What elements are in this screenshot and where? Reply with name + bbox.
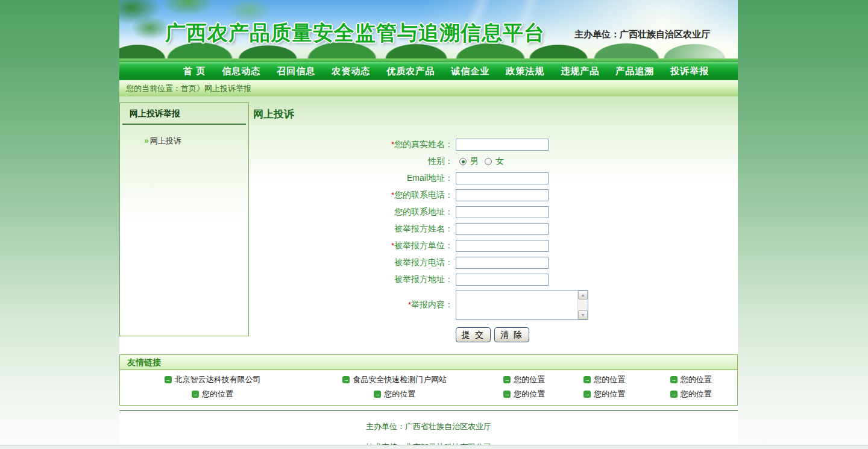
nav-item-trusted-companies[interactable]: 诚信企业 <box>451 66 489 77</box>
friend-link[interactable]: →您的位置 <box>374 389 415 400</box>
field-label: 被举报方地址： <box>253 274 453 285</box>
reported-address-input[interactable] <box>456 274 549 286</box>
form-row-contact-address: 您的联系地址： <box>253 204 738 221</box>
form-buttons: 提 交 清 除 <box>456 327 738 342</box>
report-content-box: ▲ ▼ <box>456 290 588 320</box>
gender-option-female-label: 女 <box>495 156 504 167</box>
sidebar-item-online-complaint[interactable]: »网上投诉 <box>120 136 248 146</box>
field-label: 性别： <box>253 156 453 167</box>
friend-link[interactable]: →您的位置 <box>670 374 712 385</box>
site-container: 广西农产品质量安全监管与追溯信息平台 主办单位：广西壮族自治区农业厅 首 页 信… <box>119 0 738 449</box>
sidebar-item-label: 网上投诉 <box>150 136 181 145</box>
reported-phone-input[interactable] <box>456 257 549 269</box>
banner-grass-strip <box>119 58 738 62</box>
nav-item-recall[interactable]: 召回信息 <box>277 66 315 77</box>
scroll-up-icon[interactable]: ▲ <box>578 290 588 300</box>
email-input[interactable] <box>456 172 549 184</box>
scroll-down-icon[interactable]: ▼ <box>578 310 588 319</box>
field-label: 被举报方电话： <box>253 257 453 268</box>
reported-name-input[interactable] <box>456 223 549 235</box>
friend-link[interactable]: →您的位置 <box>670 389 712 400</box>
gender-option-male-label: 男 <box>470 156 479 167</box>
nav-item-violations[interactable]: 违规产品 <box>561 66 599 77</box>
site-banner: 广西农产品质量安全监管与追溯信息平台 主办单位：广西壮族自治区农业厅 <box>119 0 738 62</box>
reported-unit-input[interactable] <box>456 240 549 252</box>
arrow-square-icon: → <box>670 376 678 383</box>
friend-link[interactable]: →您的位置 <box>583 374 625 385</box>
friend-links-row-1: →北京智云达科技有限公司 →食品安全快速检测门户网站 →您的位置 →您的位置 →… <box>120 372 737 387</box>
nav-item-traceability[interactable]: 产品追溯 <box>615 66 654 77</box>
site-footer: 主办单位：广西省壮族自治区农业厅 技术支持：北京智云达科技有限公司 <box>119 411 738 449</box>
friend-links-title: 友情链接 <box>120 355 737 370</box>
field-label: *举报内容： <box>253 300 453 310</box>
complaint-form: *您的真实姓名： 性别： 男 女 Email地址： <box>253 136 738 342</box>
report-content-textarea[interactable] <box>456 290 577 319</box>
friend-links-row-2: →您的位置 →您的位置 →您的位置 →您的位置 →您的位置 <box>120 387 737 401</box>
field-label: *被举报方单位： <box>253 240 453 251</box>
nav-item-quality-products[interactable]: 优质农产品 <box>386 66 435 77</box>
nav-item-home[interactable]: 首 页 <box>183 66 206 77</box>
content-area: 网上投诉举报 »网上投诉 网上投诉 *您的真实姓名： 性别： <box>119 96 738 449</box>
form-row-reported-name: 被举报方姓名： <box>253 221 738 237</box>
textarea-scrollbar[interactable]: ▲ ▼ <box>577 290 588 319</box>
form-row-report-content: *举报内容： ▲ ▼ <box>253 288 738 322</box>
arrow-square-icon: → <box>503 376 511 383</box>
friend-link[interactable]: →您的位置 <box>503 374 545 385</box>
friend-link[interactable]: →食品安全快速检测门户网站 <box>342 374 447 385</box>
field-label: *您的联系电话： <box>253 190 453 201</box>
main-nav: 首 页 信息动态 召回信息 农资动态 优质农产品 诚信企业 政策法规 违规产品 … <box>119 62 738 80</box>
site-title: 广西农产品质量安全监管与追溯信息平台 <box>165 19 545 47</box>
arrow-square-icon: → <box>583 391 591 398</box>
sidebar: 网上投诉举报 »网上投诉 <box>119 102 249 336</box>
friend-links-section: 友情链接 →北京智云达科技有限公司 →食品安全快速检测门户网站 →您的位置 →您… <box>119 354 738 406</box>
friend-link[interactable]: →您的位置 <box>583 389 625 400</box>
nav-item-news[interactable]: 信息动态 <box>222 66 260 77</box>
page-background: 广西农产品质量安全监管与追溯信息平台 主办单位：广西壮族自治区农业厅 首 页 信… <box>0 0 868 449</box>
nav-item-agri-supplies[interactable]: 农资动态 <box>332 66 370 77</box>
friend-links-body: →北京智云达科技有限公司 →食品安全快速检测门户网站 →您的位置 →您的位置 →… <box>120 370 737 405</box>
clear-button[interactable]: 清 除 <box>494 327 529 342</box>
contact-address-input[interactable] <box>456 206 549 218</box>
footer-organizer: 主办单位：广西省壮族自治区农业厅 <box>119 421 738 432</box>
friend-link[interactable]: →您的位置 <box>192 389 233 400</box>
banner-organizer: 主办单位：广西壮族自治区农业厅 <box>574 29 710 40</box>
breadcrumb: 您的当前位置：首页》网上投诉举报 <box>119 80 738 96</box>
field-label: Email地址： <box>253 173 453 184</box>
page-title: 网上投诉 <box>253 102 738 121</box>
arrow-square-icon: → <box>192 391 199 398</box>
form-row-reported-phone: 被举报方电话： <box>253 254 738 271</box>
field-label: *您的真实姓名： <box>253 139 453 150</box>
gender-radio-female[interactable] <box>485 158 492 165</box>
form-row-reported-address: 被举报方地址： <box>253 271 738 288</box>
form-row-email: Email地址： <box>253 170 738 187</box>
double-arrow-icon: » <box>144 136 149 145</box>
main-panel: 网上投诉 *您的真实姓名： 性别： 男 女 <box>253 102 738 342</box>
field-label: 被举报方姓名： <box>253 224 453 234</box>
nav-item-complaints[interactable]: 投诉举报 <box>670 66 709 77</box>
bottom-edge-strip <box>0 445 868 449</box>
nav-item-policies[interactable]: 政策法规 <box>506 66 544 77</box>
contact-phone-input[interactable] <box>456 189 549 201</box>
arrow-square-icon: → <box>670 391 678 398</box>
gender-radio-male[interactable] <box>459 158 467 165</box>
form-row-gender: 性别： 男 女 <box>253 153 738 170</box>
field-label: 您的联系地址： <box>253 207 453 218</box>
arrow-square-icon: → <box>583 376 591 383</box>
friend-link[interactable]: →您的位置 <box>503 389 545 400</box>
arrow-square-icon: → <box>503 391 511 398</box>
form-row-reported-unit: *被举报方单位： <box>253 237 738 254</box>
arrow-square-icon: → <box>374 391 381 398</box>
real-name-input[interactable] <box>456 139 549 151</box>
form-row-contact-phone: *您的联系电话： <box>253 187 738 204</box>
arrow-square-icon: → <box>342 376 350 383</box>
submit-button[interactable]: 提 交 <box>456 327 491 342</box>
friend-link[interactable]: →北京智云达科技有限公司 <box>165 374 261 385</box>
form-row-real-name: *您的真实姓名： <box>253 136 738 153</box>
sidebar-title: 网上投诉举报 <box>122 103 246 125</box>
arrow-square-icon: → <box>165 376 172 383</box>
